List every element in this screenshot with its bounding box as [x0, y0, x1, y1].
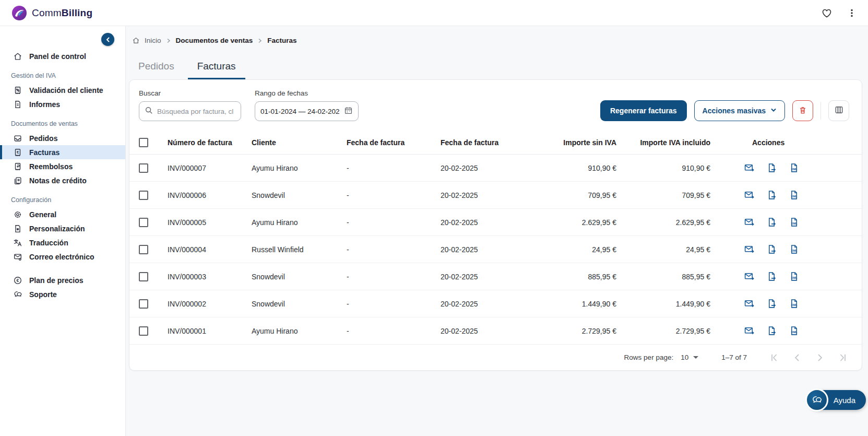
invoice-number: INV/000003	[159, 263, 243, 290]
sidebar-item-pedidos[interactable]: Pedidos	[0, 131, 125, 145]
export-file-icon[interactable]	[766, 217, 777, 228]
export-file-icon[interactable]	[766, 298, 777, 309]
help-chat-icon	[805, 388, 828, 411]
send-email-icon[interactable]	[744, 244, 755, 255]
row-checkbox[interactable]	[139, 326, 148, 336]
sidebar-item-validacion-del-cliente[interactable]: Validación del cliente	[0, 83, 125, 97]
download-xml-icon[interactable]: XML	[789, 325, 800, 336]
row-checkbox[interactable]	[139, 272, 148, 281]
row-checkbox[interactable]	[139, 299, 148, 309]
send-email-icon[interactable]	[744, 217, 755, 228]
invoice-date: -	[338, 317, 432, 345]
export-file-icon[interactable]	[766, 162, 777, 173]
invoice-date: -	[338, 209, 432, 236]
sidebar-item-reembolsos[interactable]: Reembolsos	[0, 159, 125, 173]
sidebar-item-plan-de-precios[interactable]: € Plan de precios	[0, 273, 125, 287]
top-header: CommBilling	[0, 0, 868, 26]
sidebar-item-correo-electronico[interactable]: Correo electrónico	[0, 250, 125, 264]
col-header-importe-iva-incluido: Importe IVA incluido	[625, 131, 719, 155]
search-input-wrap	[139, 101, 241, 121]
download-xml-icon[interactable]: XML	[789, 190, 800, 201]
favorites-heart-icon[interactable]	[821, 7, 833, 19]
send-email-icon[interactable]	[744, 298, 755, 309]
invoice-client: Russell Winfield	[243, 236, 338, 263]
bulk-actions-button[interactable]: Acciones masivas	[694, 100, 785, 121]
download-xml-icon[interactable]: XML	[789, 271, 800, 282]
row-checkbox[interactable]	[139, 218, 148, 227]
select-all-checkbox[interactable]	[139, 138, 148, 147]
sidebar-item-general[interactable]: General	[0, 207, 125, 221]
row-checkbox[interactable]	[139, 163, 148, 173]
export-file-icon[interactable]	[766, 190, 777, 201]
search-input[interactable]	[157, 108, 235, 115]
rows-per-page-label: Rows per page:	[624, 353, 674, 361]
table-header-row: Número de factura Cliente Fecha de factu…	[129, 131, 862, 155]
invoice-date: -	[338, 182, 432, 209]
row-checkbox[interactable]	[139, 191, 148, 200]
svg-text:€: €	[17, 150, 19, 155]
date-range-input[interactable]: 01-01-2024 — 24-02-202	[255, 101, 359, 121]
svg-text:XML: XML	[791, 331, 798, 334]
page-range: 1–7 of 7	[721, 353, 747, 361]
sidebar-item-informes[interactable]: Informes	[0, 97, 125, 111]
tab-bar: Pedidos Facturas	[129, 57, 868, 79]
invoice-number: INV/000005	[159, 209, 243, 236]
first-page-icon[interactable]	[769, 352, 779, 363]
sidebar-item-soporte[interactable]: Soporte	[0, 287, 125, 301]
sidebar-item-facturas[interactable]: € Facturas	[0, 145, 125, 159]
breadcrumb-home-icon[interactable]	[132, 37, 140, 44]
download-xml-icon[interactable]: XML	[789, 244, 800, 255]
row-checkbox[interactable]	[139, 245, 148, 254]
invoice-total-amount: 709,95 €	[625, 182, 719, 209]
send-email-icon[interactable]	[744, 325, 755, 336]
sidebar: Panel de control Gestión del IVA Validac…	[0, 26, 126, 436]
search-icon	[145, 106, 153, 116]
tab-facturas[interactable]: Facturas	[188, 57, 245, 79]
breadcrumb-inicio[interactable]: Inicio	[145, 37, 161, 44]
export-file-icon[interactable]	[766, 325, 777, 336]
breadcrumb-documentos-de-ventas[interactable]: Documentos de ventas	[176, 37, 253, 44]
breadcrumb-facturas[interactable]: Facturas	[267, 37, 296, 44]
date-range-value: 01-01-2024 — 24-02-202	[260, 108, 340, 115]
invoice-net-amount: 885,95 €	[524, 263, 625, 290]
export-file-icon[interactable]	[766, 271, 777, 282]
col-header-fecha-1: Fecha de factura	[338, 131, 432, 155]
download-xml-icon[interactable]: XML	[789, 298, 800, 309]
more-menu-kebab-icon[interactable]	[847, 8, 857, 18]
rows-per-page-select[interactable]: 10	[681, 353, 698, 361]
next-page-icon[interactable]	[815, 352, 825, 363]
regenerate-invoices-button[interactable]: Regenerar facturas	[600, 100, 687, 121]
send-email-icon[interactable]	[744, 271, 755, 282]
delete-button[interactable]	[792, 100, 813, 121]
invoice-date: -	[338, 236, 432, 263]
sidebar-spacer	[0, 264, 125, 273]
previous-page-icon[interactable]	[792, 352, 802, 363]
invoice-net-amount: 2.629,95 €	[524, 209, 625, 236]
invoices-card: Buscar Rango de fechas 01-01-2024 — 24-0…	[129, 79, 862, 371]
col-header-importe-sin-iva: Importe sin IVA	[524, 131, 625, 155]
column-settings-button[interactable]	[828, 100, 849, 121]
export-file-icon[interactable]	[766, 244, 777, 255]
euro-circle-icon: €	[13, 276, 22, 285]
send-email-icon[interactable]	[744, 162, 755, 173]
invoice-total-amount: 910,90 €	[625, 155, 719, 182]
send-email-icon[interactable]	[744, 190, 755, 201]
table-row: INV/000005Ayumu Hirano-20-02-20252.629,9…	[129, 209, 862, 236]
sidebar-item-personalizacion[interactable]: Personalización	[0, 221, 125, 235]
pagination-bar: Rows per page: 10 1–7 of 7	[129, 345, 862, 370]
mail-settings-icon	[13, 252, 22, 262]
table-row: INV/000001Ayumu Hirano-20-02-20252.729,9…	[129, 317, 862, 345]
last-page-icon[interactable]	[838, 352, 848, 363]
credit-note-icon	[13, 176, 22, 185]
sidebar-item-traduccion[interactable]: Traducción	[0, 235, 125, 250]
invoice-net-amount: 1.449,90 €	[524, 290, 625, 317]
sidebar-collapse-button[interactable]	[101, 33, 114, 46]
sidebar-item-panel-de-control[interactable]: Panel de control	[0, 49, 125, 63]
tab-pedidos[interactable]: Pedidos	[129, 57, 184, 79]
help-button[interactable]: Ayuda	[808, 390, 866, 410]
date-range-field-group: Rango de fechas 01-01-2024 — 24-02-202	[255, 89, 359, 121]
calendar-icon	[344, 106, 353, 117]
download-xml-icon[interactable]: XML	[789, 217, 800, 228]
sidebar-item-notas-de-credito[interactable]: Notas de crédito	[0, 173, 125, 187]
download-xml-icon[interactable]: XML	[789, 162, 800, 173]
